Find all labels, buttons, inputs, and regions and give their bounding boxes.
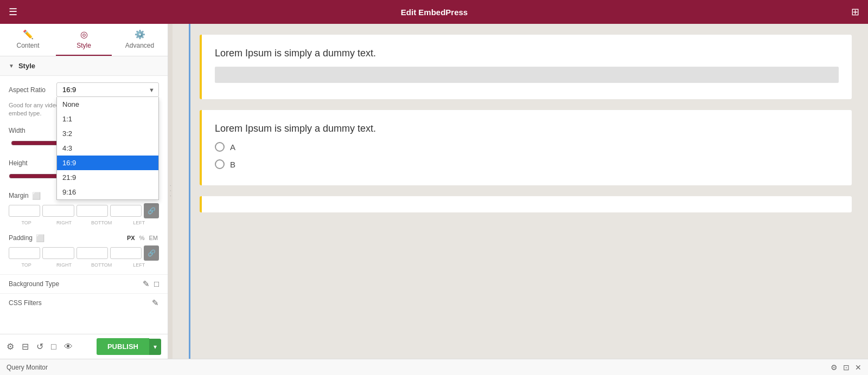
css-filters-pen-icon[interactable]: ✎ [152, 298, 159, 308]
card2-option-a: A [215, 142, 839, 152]
eye-icon[interactable]: 👁 [64, 342, 73, 352]
device-icon[interactable]: □ [51, 342, 56, 352]
padding-row: Padding ⬜ PX % EM 🔗 [0, 232, 168, 274]
margin-link-button[interactable]: 🔗 [144, 203, 159, 218]
option-3-2[interactable]: 3:2 [57, 126, 158, 141]
padding-unit-px[interactable]: PX [126, 234, 136, 242]
query-monitor-label: Query Monitor [7, 364, 48, 371]
background-type-icons: ✎ □ [143, 279, 159, 289]
qm-window-icon[interactable]: ⊡ [843, 363, 850, 372]
tab-content-label: Content [16, 42, 39, 49]
tab-advanced[interactable]: ⚙️ Advanced [112, 24, 168, 56]
padding-text: Padding [9, 234, 33, 242]
margin-top-label: TOP [9, 220, 44, 225]
style-section-header: ▼ Style [0, 56, 168, 76]
margin-top-input[interactable] [9, 205, 40, 217]
background-square-icon[interactable]: □ [154, 279, 159, 289]
background-type-label: Background Type [9, 280, 59, 288]
header-title: Edit EmbedPress [401, 8, 468, 17]
content-tab-icon: ✏️ [23, 29, 34, 40]
padding-right-label: RIGHT [46, 262, 81, 268]
bottom-toolbar: ⚙ ⊟ ↺ □ 👁 PUBLISH ▾ [0, 334, 168, 359]
radio-label-a: A [230, 143, 235, 152]
option-9-16[interactable]: 9:16 [57, 185, 158, 199]
aspect-ratio-select[interactable]: None 1:1 3:2 4:3 16:9 21:9 9:16 [56, 82, 159, 97]
radio-circle-a[interactable] [215, 142, 225, 152]
margin-sub-labels: TOP RIGHT BOTTOM LEFT [9, 220, 159, 225]
radio-circle-b[interactable] [215, 159, 225, 169]
card2-title: Lorem Ipsum is simply a dummy text. [215, 123, 839, 134]
padding-left-input[interactable] [110, 247, 142, 259]
query-monitor-bar: Query Monitor ⚙ ⊡ ✕ [0, 359, 868, 375]
css-filters-icons: ✎ [152, 298, 159, 308]
margin-text: Margin [9, 192, 29, 199]
left-panel: ✏️ Content ◎ Style ⚙️ Advanced ▼ Style A… [0, 24, 168, 359]
margin-bottom-input[interactable] [76, 205, 108, 217]
tab-style-label: Style [76, 42, 91, 49]
tab-bar: ✏️ Content ◎ Style ⚙️ Advanced [0, 24, 168, 56]
card1-embed-placeholder [215, 67, 839, 83]
padding-units: PX % EM [126, 234, 159, 242]
qm-close-icon[interactable]: ✕ [855, 363, 861, 372]
resize-handle[interactable]: · · · [168, 24, 173, 359]
content-card-1: Lorem Ipsum is simply a dummy text. [200, 35, 852, 99]
dropdown-open-menu: None 1:1 3:2 4:3 16:9 21:9 9:16 [56, 97, 159, 200]
qm-gear-icon[interactable]: ⚙ [831, 363, 838, 372]
style-tab-icon: ◎ [80, 29, 88, 40]
style-section-label: Style [18, 62, 35, 70]
margin-right-label: RIGHT [46, 220, 81, 225]
margin-left-input[interactable] [110, 205, 142, 217]
padding-bottom-label: BOTTOM [84, 262, 119, 268]
advanced-tab-icon: ⚙️ [135, 29, 145, 40]
padding-bottom-input[interactable] [76, 247, 108, 259]
layers-icon[interactable]: ⊟ [22, 341, 29, 352]
option-4-3[interactable]: 4:3 [57, 141, 158, 156]
padding-label: Padding ⬜ [9, 234, 44, 242]
background-pen-icon[interactable]: ✎ [143, 279, 150, 289]
option-21-9[interactable]: 21:9 [57, 170, 158, 185]
option-16-9[interactable]: 16:9 [57, 156, 158, 170]
blue-accent-line [189, 24, 190, 359]
padding-link-button[interactable]: 🔗 [144, 245, 159, 261]
padding-right-input[interactable] [42, 247, 74, 259]
padding-top-input[interactable] [9, 247, 40, 259]
aspect-ratio-label: Aspect Ratio [9, 86, 52, 94]
content-card-3-partial [200, 196, 852, 212]
margin-icon: ⬜ [32, 192, 41, 200]
padding-left-label: LEFT [122, 262, 157, 268]
tab-content[interactable]: ✏️ Content [0, 24, 56, 56]
top-header: ☰ Edit EmbedPress ⊞ [0, 0, 868, 24]
gear-icon[interactable]: ⚙ [7, 341, 14, 352]
radio-label-b: B [230, 160, 235, 169]
margin-inputs: 🔗 [9, 203, 159, 218]
publish-dropdown-button[interactable]: ▾ [149, 339, 161, 355]
right-content: Lorem Ipsum is simply a dummy text. Lore… [173, 24, 868, 359]
publish-button[interactable]: PUBLISH [97, 338, 149, 355]
padding-inputs: 🔗 [9, 245, 159, 261]
option-1-1[interactable]: 1:1 [57, 112, 158, 126]
grid-icon[interactable]: ⊞ [851, 6, 859, 18]
hamburger-icon[interactable]: ☰ [9, 6, 17, 18]
bottom-left-icons: ⚙ ⊟ ↺ □ 👁 [7, 341, 73, 352]
background-type-row: Background Type ✎ □ [0, 274, 168, 293]
margin-bottom-label: BOTTOM [84, 220, 119, 225]
aspect-ratio-row: Aspect Ratio None 1:1 3:2 4:3 16:9 21:9 … [0, 76, 168, 100]
margin-label: Margin ⬜ [9, 192, 41, 200]
padding-icon: ⬜ [36, 234, 44, 242]
padding-sub-labels: TOP RIGHT BOTTOM LEFT [9, 262, 159, 268]
panel-content: ▼ Style Aspect Ratio None 1:1 3:2 4:3 16… [0, 56, 168, 334]
padding-unit-em[interactable]: EM [148, 234, 159, 242]
tab-style[interactable]: ◎ Style [56, 24, 112, 56]
css-filters-row: CSS Filters ✎ [0, 293, 168, 312]
history-icon[interactable]: ↺ [36, 341, 43, 352]
padding-unit-pct[interactable]: % [138, 234, 146, 242]
query-monitor-icons: ⚙ ⊡ ✕ [831, 363, 861, 372]
css-filters-label: CSS Filters [9, 299, 42, 307]
tab-advanced-label: Advanced [125, 42, 154, 49]
aspect-ratio-dropdown[interactable]: None 1:1 3:2 4:3 16:9 21:9 9:16 ▼ None 1… [56, 82, 159, 97]
publish-area: PUBLISH ▾ [97, 338, 161, 355]
card2-option-b: B [215, 159, 839, 169]
margin-right-input[interactable] [42, 205, 74, 217]
option-none[interactable]: None [57, 97, 158, 112]
margin-left-label: LEFT [122, 220, 157, 225]
